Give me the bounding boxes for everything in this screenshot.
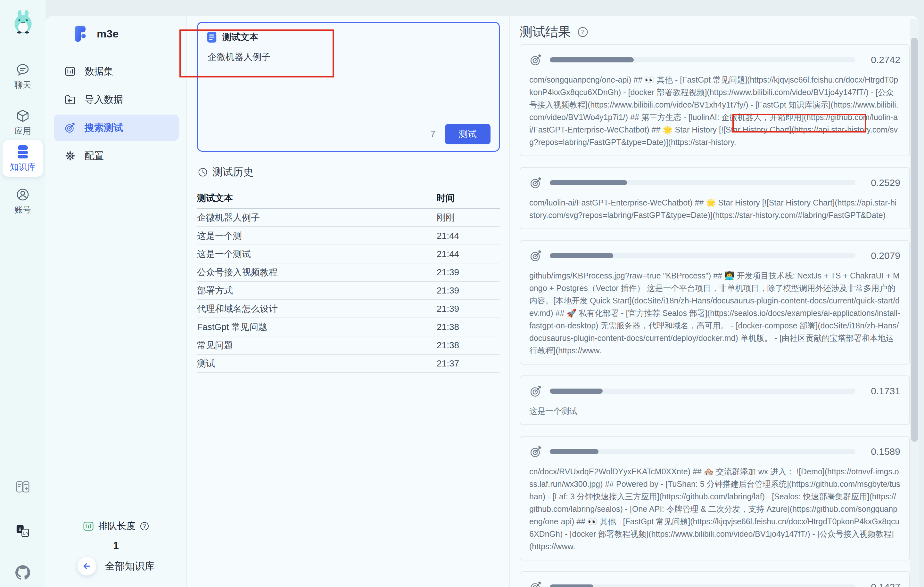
menu-item-label: 数据集 (84, 65, 114, 78)
target-dart-icon (529, 249, 543, 263)
history-row[interactable]: 代理和域名怎么设计 21:39 (197, 300, 500, 318)
history-row-text: 部署方式 (197, 284, 437, 297)
target-dart-icon (529, 580, 543, 587)
history-row[interactable]: FastGpt 常见问题 21:38 (197, 318, 500, 336)
menu-item-search-test[interactable]: 搜索测试 (54, 115, 179, 141)
scrollbar-thumb[interactable] (911, 38, 918, 442)
queue-length-value: 1 (46, 539, 186, 551)
history-row[interactable]: 常见问题 21:38 (197, 336, 500, 355)
result-card-header: 0.1731 (529, 385, 900, 398)
history-row-time: 21:37 (437, 358, 500, 369)
question-icon[interactable]: ? (577, 26, 589, 38)
score-bar-fill (550, 584, 593, 587)
docs-button[interactable] (0, 481, 46, 493)
target-dart-icon (529, 445, 543, 458)
history-rows: 企微机器人例子 刚刚 这是一个测 21:44 这是一个测试 21:44 (197, 209, 500, 373)
menu-item-import-data[interactable]: 导入数据 (54, 86, 179, 113)
result-card-header: 0.2529 (529, 176, 900, 189)
user-circle-icon (16, 187, 30, 202)
rail-item-knowledge-base[interactable]: 知识库 (3, 140, 43, 177)
history-row-time: 21:38 (437, 322, 500, 332)
history-row[interactable]: 测试 21:37 (197, 355, 500, 373)
result-cards: 0.2742 com/songquanpeng/one-api) ## 👀 其他… (520, 44, 910, 587)
arrow-left-icon (82, 561, 92, 571)
mascot-icon (10, 9, 36, 35)
menu-item-label: 导入数据 (84, 93, 123, 106)
history-row-time: 刚刚 (437, 212, 500, 224)
back-to-kb-list[interactable]: 全部知识库 (46, 557, 186, 575)
score-value: 0.1427 (863, 582, 900, 587)
menu-item-config[interactable]: 配置 (54, 143, 179, 169)
scrollbar-track[interactable] (910, 19, 919, 587)
svg-text:En: En (23, 531, 28, 536)
history-row-text: 测试 (197, 357, 437, 370)
rail-item-label: 知识库 (10, 161, 36, 173)
back-button[interactable] (78, 557, 96, 575)
target-dart-icon (529, 385, 543, 398)
queue-chart-icon (82, 520, 94, 532)
rail-item-label: 聊天 (15, 79, 31, 90)
results-title: 测试结果 (520, 23, 571, 41)
history-row-text: 企微机器人例子 (197, 212, 437, 224)
history-row[interactable]: 部署方式 21:39 (197, 282, 500, 300)
target-dart-icon (64, 122, 76, 134)
translate-icon: 文 En (16, 524, 30, 538)
database-icon (15, 144, 30, 159)
score-bar-track (550, 584, 855, 587)
results-title-row: 测试结果 ? (520, 23, 589, 41)
main-panel: m3e 数据集 导入数据 (46, 16, 919, 587)
dataset-icon (64, 65, 76, 77)
score-bar-track (550, 180, 855, 185)
result-card: 0.2742 com/songquanpeng/one-api) ## 👀 其他… (520, 44, 910, 156)
result-card-header: 0.1427 (529, 580, 900, 587)
history-row-time: 21:39 (437, 267, 500, 278)
kb-menu: 数据集 导入数据 搜索测试 (54, 58, 179, 171)
rail-item-chat[interactable]: 聊天 (0, 63, 46, 90)
rail-item-apps[interactable]: 应用 (0, 109, 46, 136)
run-test-button[interactable]: 测试 (445, 124, 490, 144)
score-bar-fill (550, 57, 634, 62)
kb-sidebar: m3e 数据集 导入数据 (46, 16, 187, 587)
result-card: 0.1589 cn/docx/RVUxdqE2WolDYyxEKATcM0XXn… (520, 436, 910, 561)
document-icon (207, 31, 217, 43)
menu-item-dataset[interactable]: 数据集 (54, 58, 179, 84)
history-col-text: 测试文本 (197, 192, 437, 204)
result-chunk-text: com/luolin-ai/FastGPT-Enterprise-WeChatb… (529, 197, 900, 222)
user-avatar[interactable] (10, 9, 36, 35)
history-row-text: 常见问题 (197, 339, 437, 352)
result-card-header: 0.2079 (529, 249, 900, 263)
history-row[interactable]: 企微机器人例子 刚刚 (197, 209, 500, 227)
score-value: 0.2079 (863, 250, 900, 261)
history-row-text: FastGpt 常见问题 (197, 321, 437, 333)
result-card-header: 0.2742 (529, 53, 900, 67)
fastgpt-logo-icon (70, 24, 90, 44)
import-folder-icon (64, 94, 76, 105)
nav-rail: 聊天 应用 知识库 账号 (0, 0, 46, 587)
history-row[interactable]: 这是一个测试 21:44 (197, 245, 500, 263)
result-card-header: 0.1589 (529, 445, 900, 458)
github-button[interactable] (0, 565, 46, 580)
test-text-input[interactable]: 企微机器人例子 (208, 51, 271, 63)
github-icon (15, 565, 30, 580)
score-value: 0.1589 (863, 446, 900, 457)
rail-item-account[interactable]: 账号 (0, 187, 46, 215)
score-bar-track (550, 253, 855, 258)
result-chunk-text: 这是一个测试 (529, 405, 900, 418)
target-dart-icon (529, 176, 543, 189)
char-count: 7 (430, 129, 436, 139)
cube-icon (16, 109, 30, 123)
history-row[interactable]: 公众号接入视频教程 21:39 (197, 263, 500, 282)
result-card: 0.1427 io/docs/examples/ai-applications/… (520, 571, 910, 587)
chat-bubble-icon (16, 63, 30, 77)
queue-length-label: 排队长度 (98, 520, 135, 533)
menu-item-label: 配置 (84, 150, 104, 163)
language-toggle-button[interactable]: 文 En (0, 524, 46, 538)
target-dart-icon (529, 53, 543, 67)
history-col-time: 时间 (437, 192, 500, 204)
history-row[interactable]: 这是一个测 21:44 (197, 227, 500, 245)
question-icon[interactable]: ? (139, 521, 150, 531)
history-row-text: 代理和域名怎么设计 (197, 303, 437, 315)
test-input-panel[interactable]: 测试文本 企微机器人例子 7 测试 (197, 22, 500, 152)
history-table-header: 测试文本 时间 (197, 188, 500, 209)
history-row-time: 21:44 (437, 231, 500, 241)
